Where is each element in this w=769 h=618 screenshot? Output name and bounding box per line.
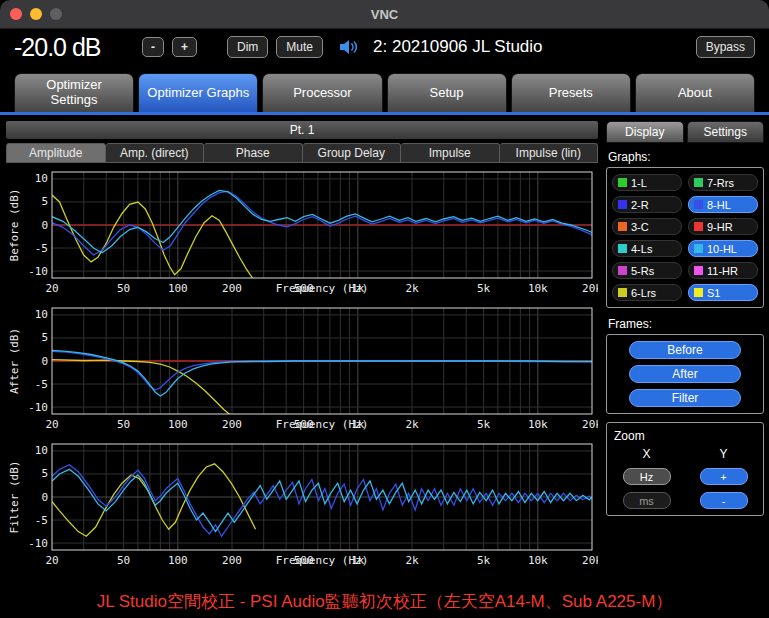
- channel-button-9-hr[interactable]: 9-HR: [688, 218, 758, 235]
- svg-text:0: 0: [41, 219, 48, 232]
- svg-text:20: 20: [45, 554, 58, 567]
- zoom-x-ms-button[interactable]: ms: [623, 492, 671, 509]
- calibration-note: JL Studio空間校正 - PSI Audio監聽初次校正（左天空A14-M…: [0, 584, 769, 618]
- zoom-y-in-button[interactable]: +: [700, 468, 748, 485]
- channel-color-swatch: [694, 200, 703, 209]
- channel-color-swatch: [694, 266, 703, 275]
- volume-up-button[interactable]: +: [172, 37, 197, 57]
- channel-label: 11-HR: [707, 265, 738, 277]
- tab-processor[interactable]: Processor: [262, 73, 382, 112]
- minimize-window-button[interactable]: [30, 8, 42, 20]
- main-tab-bar: Optimizer Settings Optimizer Graphs Proc…: [0, 65, 769, 115]
- subtab-phase[interactable]: Phase: [204, 143, 303, 163]
- svg-text:50: 50: [117, 554, 130, 567]
- subtab-impulse-lin[interactable]: Impulse (lin): [500, 143, 599, 163]
- channel-button-7-rrs[interactable]: 7-Rrs: [688, 174, 758, 191]
- svg-text:1k: 1k: [351, 554, 365, 567]
- frame-button-filter[interactable]: Filter: [629, 389, 741, 407]
- svg-text:20k: 20k: [582, 418, 598, 431]
- channel-color-swatch: [618, 222, 627, 231]
- channel-button-10-hl[interactable]: 10-HL: [688, 240, 758, 257]
- fullscreen-window-button[interactable]: [50, 8, 62, 20]
- svg-text:0: 0: [41, 355, 48, 368]
- before-graph: 1050-5-10Frequency (Hz)20501002005001k2k…: [6, 168, 598, 298]
- svg-text:100: 100: [168, 418, 188, 431]
- bypass-button[interactable]: Bypass: [696, 36, 755, 58]
- sidebar-tab-display[interactable]: Display: [606, 121, 684, 143]
- graph-type-subtabs: Amplitude Amp. (direct) Phase Group Dela…: [6, 143, 598, 163]
- window-controls: [10, 8, 62, 20]
- svg-text:200: 200: [222, 282, 242, 295]
- volume-down-button[interactable]: -: [142, 37, 164, 57]
- zoom-title: Zoom: [614, 429, 758, 443]
- sidebar-tab-settings[interactable]: Settings: [687, 121, 765, 143]
- preset-title: 2: 20210906 JL Studio: [373, 37, 543, 57]
- vnc-window: VNC -20.0 dB - + Dim Mute 2: 20210906 JL…: [0, 0, 769, 618]
- svg-text:-5: -5: [35, 242, 48, 255]
- tab-setup[interactable]: Setup: [387, 73, 507, 112]
- channel-button-6-lrs[interactable]: 6-Lrs: [612, 284, 682, 301]
- svg-text:-10: -10: [28, 265, 48, 278]
- main-area: Pt. 1 Amplitude Amp. (direct) Phase Grou…: [0, 115, 769, 584]
- volume-bar: -20.0 dB - + Dim Mute 2: 20210906 JL Stu…: [0, 29, 769, 65]
- subtab-group-delay[interactable]: Group Delay: [303, 143, 402, 163]
- svg-text:100: 100: [168, 282, 188, 295]
- channel-label: 7-Rrs: [707, 177, 734, 189]
- subtab-amplitude[interactable]: Amplitude: [6, 143, 106, 163]
- subtab-impulse[interactable]: Impulse: [401, 143, 500, 163]
- tab-about[interactable]: About: [635, 73, 755, 112]
- channel-color-swatch: [618, 266, 627, 275]
- channel-label: 5-Rs: [631, 265, 654, 277]
- svg-text:1k: 1k: [351, 282, 365, 295]
- channel-button-8-hl[interactable]: 8-HL: [688, 196, 758, 213]
- channel-button-2-r[interactable]: 2-R: [612, 196, 682, 213]
- channel-label: 6-Lrs: [631, 287, 656, 299]
- svg-text:-10: -10: [28, 401, 48, 414]
- svg-text:500: 500: [294, 554, 314, 567]
- dim-button[interactable]: Dim: [227, 36, 268, 58]
- channel-label: 1-L: [631, 177, 647, 189]
- zoom-x-hz-button[interactable]: Hz: [623, 468, 671, 485]
- svg-text:2k: 2k: [405, 282, 419, 295]
- frames-section-label: Frames:: [608, 317, 764, 331]
- channel-button-11-hr[interactable]: 11-HR: [688, 262, 758, 279]
- zoom-y-label: Y: [719, 447, 727, 461]
- svg-text:Filter (dB): Filter (dB): [8, 461, 21, 534]
- svg-text:200: 200: [222, 418, 242, 431]
- zoom-y-out-button[interactable]: -: [700, 492, 748, 509]
- tab-optimizer-settings[interactable]: Optimizer Settings: [14, 73, 134, 112]
- tab-optimizer-graphs[interactable]: Optimizer Graphs: [138, 73, 258, 112]
- svg-text:10k: 10k: [528, 554, 548, 567]
- svg-text:5k: 5k: [477, 282, 491, 295]
- channel-button-3-c[interactable]: 3-C: [612, 218, 682, 235]
- channel-label: 9-HR: [707, 221, 733, 233]
- svg-text:5: 5: [41, 331, 48, 344]
- svg-text:2k: 2k: [405, 418, 419, 431]
- subtab-amp-direct[interactable]: Amp. (direct): [106, 143, 205, 163]
- mute-button[interactable]: Mute: [276, 36, 323, 58]
- close-window-button[interactable]: [10, 8, 22, 20]
- channel-button-1-l[interactable]: 1-L: [612, 174, 682, 191]
- sidebar-tabs: Display Settings: [606, 121, 764, 143]
- channel-color-swatch: [618, 178, 627, 187]
- frame-button-before[interactable]: Before: [629, 341, 741, 359]
- svg-text:20: 20: [45, 282, 58, 295]
- svg-text:Before (dB): Before (dB): [8, 189, 21, 262]
- channel-color-swatch: [694, 288, 703, 297]
- graphs-column: Pt. 1 Amplitude Amp. (direct) Phase Grou…: [6, 121, 598, 584]
- channel-button-5-rs[interactable]: 5-Rs: [612, 262, 682, 279]
- frame-button-after[interactable]: After: [629, 365, 741, 383]
- channel-button-s1[interactable]: S1: [688, 284, 758, 301]
- tab-presets[interactable]: Presets: [511, 73, 631, 112]
- channel-button-4-ls[interactable]: 4-Ls: [612, 240, 682, 257]
- channel-label: S1: [707, 287, 720, 299]
- svg-text:50: 50: [117, 282, 130, 295]
- filter-graph: 1050-5-10Frequency (Hz)20501002005001k2k…: [6, 440, 598, 570]
- speaker-icon: [339, 39, 359, 55]
- svg-text:1k: 1k: [351, 418, 365, 431]
- channel-color-swatch: [694, 244, 703, 253]
- svg-text:5k: 5k: [477, 418, 491, 431]
- svg-text:2k: 2k: [405, 554, 419, 567]
- after-graph: 1050-5-10Frequency (Hz)20501002005001k2k…: [6, 304, 598, 434]
- frames-panel: Before After Filter: [606, 334, 764, 414]
